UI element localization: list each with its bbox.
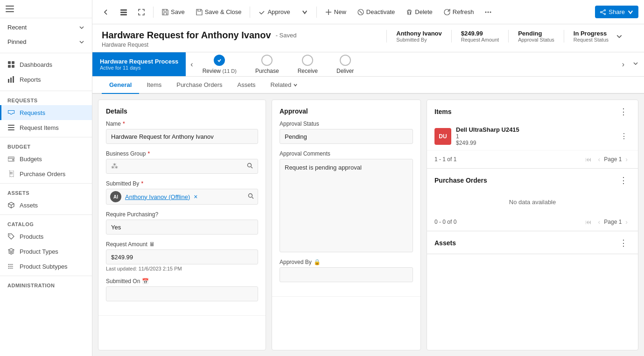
items-prev-page-button[interactable]: ‹ [595,154,603,164]
tab-purchase-orders[interactable]: Purchase Orders [169,77,230,94]
deactivate-button[interactable]: Deactivate [353,6,399,18]
chevron-down-icon [616,33,623,40]
sidebar-divider-6 [0,276,92,276]
po-prev-page-button[interactable]: ‹ [595,217,603,227]
sidebar-item-product-subtypes[interactable]: Product Subtypes [0,259,92,274]
list-item: DU Dell UltraSharp U2415 1 $249.99 ⋮ [427,122,638,150]
share-button[interactable]: Share [595,6,638,18]
submitted-by-remove-button[interactable]: × [194,193,197,200]
sidebar-item-dashboards[interactable]: Dashboards [0,57,92,72]
svg-point-25 [485,11,487,13]
save-close-button[interactable]: Save & Close [191,6,246,18]
chevron-down-icon [79,25,84,30]
tab-items[interactable]: Items [139,77,169,94]
refresh-button[interactable]: Refresh [439,6,479,18]
sidebar-item-budgets[interactable]: Budgets [0,151,92,166]
sidebar-item-request-items[interactable]: Request Items [0,120,92,135]
assets-more-button[interactable]: ⋮ [616,237,630,249]
po-next-page-button[interactable]: › [623,217,630,227]
purchase-orders-more-button[interactable]: ⋮ [616,174,630,186]
svg-point-17 [9,235,10,235]
details-section: Details Name * Hardware Request for Anth… [98,100,266,316]
review-label: Review (11 D) [203,68,237,74]
sidebar-divider-4 [0,183,92,184]
sidebar-group-pinned[interactable]: Pinned [0,35,92,49]
record-expand-button[interactable] [613,31,625,42]
approve-button[interactable]: Approve [254,6,294,18]
item-more-button[interactable]: ⋮ [617,131,630,142]
sidebar-item-product-types[interactable]: Product Types [0,244,92,259]
process-next-button[interactable]: › [617,57,629,72]
tag-icon [7,233,15,240]
name-field-group: Name * Hardware Request for Anthony Ivan… [106,121,258,144]
submitted-by-required: * [141,180,143,187]
chart-icon [7,76,15,83]
items-more-button[interactable]: ⋮ [616,106,630,118]
svg-point-18 [8,264,9,265]
svg-point-14 [13,159,14,161]
check-icon [217,58,222,63]
submitted-by-search-icon[interactable] [248,193,254,200]
expand-button[interactable] [133,6,149,18]
items-next-page-button[interactable]: › [623,154,630,164]
sidebar-group-recent[interactable]: Recent [0,20,92,35]
sidebar-item-reports[interactable]: Reports [0,72,92,87]
approval-status-value: Pending [280,129,413,144]
deliver-label: Deliver [336,68,354,74]
save-button[interactable]: Save [157,6,189,18]
details-panel: Details Name * Hardware Request for Anth… [98,100,266,350]
review-circle [214,55,225,66]
main-area: Save Save & Close Approve New Deactivate… [92,0,644,356]
lock-icon: 🔒 [314,259,321,265]
chevron-down-icon [293,83,298,87]
request-amount-label: Request Amount 🖩 [106,241,258,248]
svg-point-27 [490,11,491,13]
purchase-orders-label: Purchase Orders [20,171,65,178]
view-button[interactable] [116,6,132,18]
business-group-search-icon[interactable] [247,163,253,170]
delete-button[interactable]: Delete [401,6,437,18]
sidebar-item-assets[interactable]: Assets [0,198,92,213]
svg-point-26 [488,11,489,13]
svg-rect-3 [8,61,11,64]
svg-point-29 [601,11,602,13]
po-first-page-button[interactable]: ⏮ [582,217,595,227]
stage-info: Active for 11 days [100,65,178,71]
tab-related[interactable]: Related [263,77,306,94]
approved-by-field-group: Approved By 🔒 [280,259,413,282]
tab-assets[interactable]: Assets [230,77,263,94]
tab-general[interactable]: General [102,77,139,94]
process-prev-button[interactable]: ‹ [186,57,197,72]
purchase-orders-no-data: No data available [427,191,638,213]
approval-title: Approval [280,107,413,115]
business-group-value[interactable]: ⁂ [106,159,258,174]
name-value: Hardware Request for Anthony Ivanov [106,129,258,144]
sidebar-item-purchase-orders[interactable]: Purchase Orders [0,166,92,181]
approved-by-value [280,267,413,282]
product-subtypes-label: Product Subtypes [20,263,68,270]
meta-approval-status: Pending Approval Status [508,30,564,43]
more-options-button[interactable] [480,6,496,18]
record-saved-status: - Saved [276,32,297,39]
dropdown-arrow-button[interactable] [297,6,313,18]
wallet-icon [7,155,15,163]
sidebar-item-products[interactable]: Products [0,229,92,244]
new-button[interactable]: New [321,6,351,18]
request-amount-value: $249.99 [106,249,258,264]
content-area: Details Name * Hardware Request for Anth… [92,94,644,356]
items-first-page-button[interactable]: ⏮ [582,154,595,164]
svg-rect-9 [13,76,14,83]
deliver-circle [340,55,351,66]
business-group-required: * [147,150,150,157]
svg-rect-13 [8,157,14,161]
item-avatar: DU [434,128,451,145]
name-label: Name * [106,121,258,127]
back-button[interactable] [98,6,114,18]
svg-rect-8 [10,78,12,83]
chevron-down-icon [301,9,308,15]
sidebar-menu-toggle[interactable] [0,0,92,18]
stage-name: Hardware Request Process [100,58,178,65]
process-expand-button[interactable] [629,57,642,71]
svg-point-28 [604,9,606,11]
sidebar-item-requests[interactable]: Requests [0,105,92,120]
